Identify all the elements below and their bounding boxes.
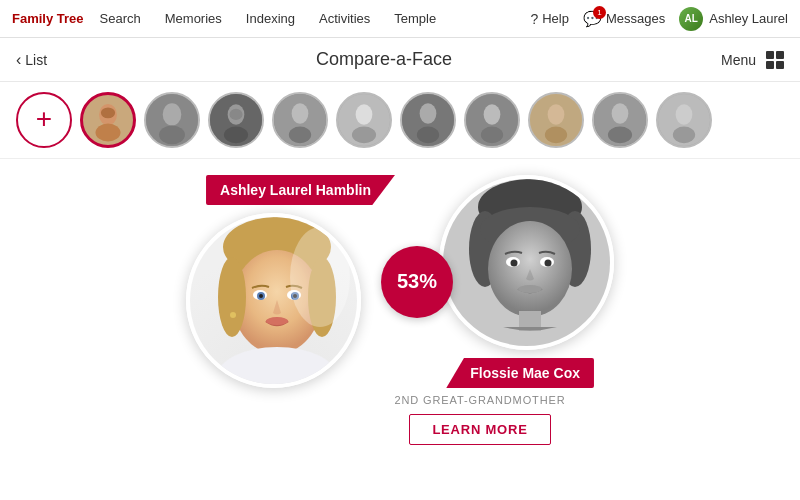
svg-point-34 [218, 257, 246, 337]
svg-point-14 [356, 104, 373, 124]
face-thumb-svg-9 [594, 92, 646, 148]
face-thumb-7[interactable] [464, 92, 520, 148]
right-face-svg [443, 179, 614, 350]
add-face-button[interactable]: + [16, 92, 72, 148]
face-thumb-svg-4 [274, 92, 326, 148]
avatar: AL [679, 7, 703, 31]
grid-cell-2 [776, 51, 784, 59]
svg-point-21 [481, 127, 503, 144]
face-thumb-svg-5 [338, 92, 390, 148]
svg-point-42 [266, 317, 288, 325]
face-thumb-5[interactable] [336, 92, 392, 148]
plus-icon: + [36, 105, 52, 133]
face-thumb-4[interactable] [272, 92, 328, 148]
nav-right: ? Help 💬 1 Messages AL Ashley Laurel [530, 7, 788, 31]
svg-point-43 [230, 312, 236, 318]
svg-point-4 [163, 103, 182, 125]
grid-cell-4 [776, 61, 784, 69]
left-face-circle[interactable] [186, 213, 361, 388]
face-thumb-svg-8 [530, 92, 582, 148]
face-thumb-10[interactable] [656, 92, 712, 148]
person-right: Flossie Mae Cox [439, 175, 614, 388]
match-percent-value: 53% [397, 270, 437, 293]
svg-point-45 [290, 227, 350, 327]
match-percent-circle: 53% [381, 246, 453, 318]
learn-more-button[interactable]: LEARN MORE [409, 414, 550, 445]
svg-point-12 [289, 127, 311, 144]
svg-point-18 [417, 127, 439, 144]
nav-link-memories[interactable]: Memories [153, 0, 234, 38]
toolbar-right: Menu [721, 51, 784, 69]
face-thumb-9[interactable] [592, 92, 648, 148]
svg-point-20 [484, 104, 501, 124]
svg-point-11 [292, 103, 309, 123]
svg-point-24 [545, 127, 567, 144]
person-left: Ashley Laurel Hamblin [186, 175, 395, 388]
face-thumb-8[interactable] [528, 92, 584, 148]
left-face-svg [190, 217, 361, 388]
face-thumb-svg-2 [146, 92, 198, 148]
face-thumb-6[interactable] [400, 92, 456, 148]
compare-row: Ashley Laurel Hamblin [20, 175, 780, 388]
svg-point-1 [96, 124, 121, 142]
messages-badge: 1 [593, 6, 606, 19]
svg-point-15 [352, 127, 376, 144]
nav-link-activities[interactable]: Activities [307, 0, 382, 38]
nav-link-search[interactable]: Search [88, 0, 153, 38]
svg-point-23 [548, 104, 565, 124]
svg-point-17 [420, 103, 437, 123]
face-thumb-svg-10 [658, 92, 710, 148]
nav-brand: Family Tree [12, 11, 84, 26]
grid-view-button[interactable] [766, 51, 784, 69]
face-thumb-2[interactable] [144, 92, 200, 148]
user-menu[interactable]: AL Ashley Laurel [679, 7, 788, 31]
face-thumb-svg-7 [466, 92, 518, 148]
face-strip: + [0, 82, 800, 159]
messages-link[interactable]: 💬 1 Messages [583, 10, 665, 28]
svg-point-54 [510, 260, 517, 267]
svg-point-55 [544, 260, 551, 267]
svg-point-30 [673, 127, 695, 144]
svg-point-8 [230, 109, 243, 120]
compare-area: Ashley Laurel Hamblin [0, 159, 800, 455]
face-thumb-3[interactable] [208, 92, 264, 148]
face-thumb-1[interactable] [80, 92, 136, 148]
right-face-circle[interactable] [439, 175, 614, 350]
svg-point-9 [224, 127, 248, 144]
nav-link-temple[interactable]: Temple [382, 0, 448, 38]
help-icon: ? [530, 11, 538, 27]
menu-button[interactable]: Menu [721, 52, 756, 68]
svg-point-26 [612, 103, 629, 123]
svg-point-2 [101, 108, 115, 119]
svg-point-5 [159, 126, 185, 145]
back-button[interactable]: ‹ List [16, 51, 47, 69]
face-thumb-svg-1 [83, 92, 133, 148]
svg-point-40 [259, 294, 263, 298]
toolbar: ‹ List Compare-a-Face Menu [0, 38, 800, 82]
svg-point-29 [676, 104, 693, 124]
grid-cell-3 [766, 61, 774, 69]
left-person-name: Ashley Laurel Hamblin [220, 182, 371, 198]
help-link[interactable]: ? Help [530, 11, 569, 27]
grid-cell-1 [766, 51, 774, 59]
right-person-name: Flossie Mae Cox [470, 365, 580, 381]
svg-point-56 [518, 285, 542, 293]
back-arrow-icon: ‹ [16, 51, 21, 69]
left-name-banner: Ashley Laurel Hamblin [206, 175, 395, 205]
messages-icon: 💬 1 [583, 10, 602, 28]
right-person-details: 2nd Great-Grandmother LEARN MORE [394, 394, 565, 445]
relation-label: 2nd Great-Grandmother [394, 394, 565, 406]
svg-point-27 [608, 127, 632, 144]
nav-link-indexing[interactable]: Indexing [234, 0, 307, 38]
toolbar-title: Compare-a-Face [47, 49, 721, 70]
right-name-banner: Flossie Mae Cox [446, 358, 594, 388]
face-thumb-svg-6 [402, 92, 454, 148]
main-nav: Family Tree Search Memories Indexing Act… [0, 0, 800, 38]
face-thumb-svg-3 [210, 92, 262, 148]
